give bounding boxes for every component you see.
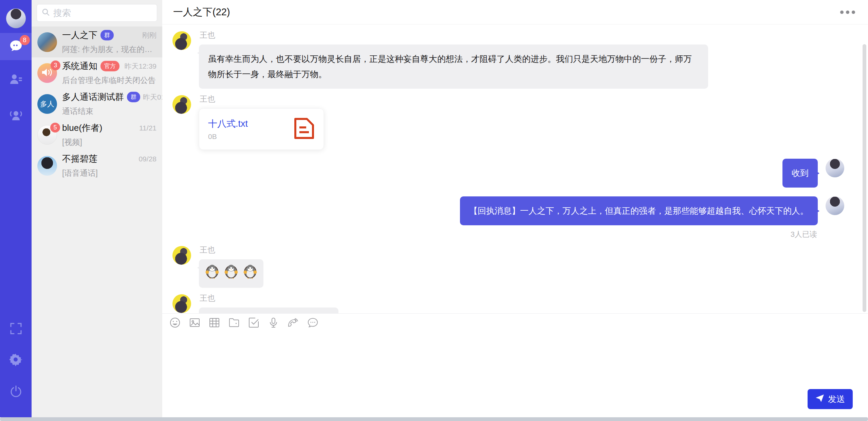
message-bubble[interactable]: 过去无可挽回，未来可以改变 。 [199, 308, 338, 313]
wangye-avatar[interactable] [172, 294, 191, 313]
group-badge: 群 [127, 92, 140, 102]
chat-record-button[interactable] [308, 317, 318, 328]
wangye-avatar[interactable] [172, 31, 191, 50]
file-size: 0B [208, 133, 288, 141]
unread-badge: 3 [51, 60, 60, 70]
im-app-window: 8 [0, 0, 868, 421]
conversation-title: 系统通知 [62, 60, 97, 72]
message-row-own: 收到 [172, 159, 844, 188]
nav-chat[interactable]: 8 [0, 33, 32, 60]
video-button[interactable] [209, 317, 220, 328]
chat-menu-button[interactable] [838, 8, 857, 16]
chat-unread-badge: 8 [20, 35, 30, 45]
group-icon [8, 109, 23, 123]
message-input[interactable] [162, 332, 868, 386]
sender-name: 王也 [200, 94, 324, 104]
send-button[interactable]: 发送 [808, 389, 853, 409]
voice-button[interactable] [268, 317, 279, 328]
power-icon [10, 385, 22, 399]
composer-toolbar [162, 313, 868, 332]
chat-panel: 一人之下(22) 王也 虽有幸生而为人，也不要以万物灵长自居，正是这种妄自尊大的… [162, 0, 868, 417]
conversation-time: 11/21 [136, 124, 156, 132]
chat-header: 一人之下(22) [162, 0, 868, 24]
conversation-title: 一人之下 [62, 29, 97, 41]
message-row: 王也 [172, 245, 844, 288]
sender-name: 王也 [200, 30, 708, 40]
message-list: 王也 虽有幸生而为人，也不要以万物灵长自居，正是这种妄自尊大的想法，才阻碍了人类… [162, 24, 868, 313]
sender-name: 王也 [200, 293, 338, 303]
self-avatar[interactable] [826, 159, 844, 177]
message-row: 王也 十八式.txt 0B [172, 94, 844, 150]
self-avatar[interactable] [826, 196, 844, 215]
unread-badge: 5 [50, 123, 60, 133]
search-box[interactable] [37, 4, 157, 22]
nav-fullscreen[interactable] [0, 316, 32, 343]
official-badge: 官方 [100, 61, 119, 71]
chat-title: 一人之下(22) [173, 5, 230, 19]
search-icon [42, 8, 50, 18]
message-row: 王也 过去无可挽回，未来可以改变 。 [172, 293, 844, 313]
sender-name: 王也 [200, 245, 263, 255]
message-row: 王也 虽有幸生而为人，也不要以万物灵长自居，正是这种妄自尊大的想法，才阻碍了人类… [172, 30, 844, 89]
paper-plane-icon [815, 394, 824, 404]
horizontal-scrollbar[interactable] [0, 417, 868, 421]
conversation-time: 09/28 [136, 155, 156, 163]
group-avatar [37, 32, 57, 52]
penguin-sticker [204, 263, 220, 284]
file-name[interactable]: 十八式.txt [208, 118, 288, 130]
file-message-card[interactable]: 十八式.txt 0B [199, 108, 324, 150]
system-notice-avatar: 3 [37, 63, 57, 83]
conversation-item[interactable]: 不摇碧莲 09/28 [语音通话] [32, 150, 162, 181]
conversation-preview: 阿莲: 作为朋友，现在的我没法... [62, 44, 156, 55]
penguin-sticker [242, 263, 258, 284]
speaker-icon [41, 67, 53, 79]
conversation-preview: [语音通话] [62, 168, 156, 178]
sticker-message-bubble[interactable] [199, 259, 263, 288]
conversation-preview: 后台管理仓库临时关闭公告 [62, 75, 156, 86]
buyaobilian-avatar [37, 156, 57, 176]
conversation-item[interactable]: 5 blue(作者) 11/21 [视频] [32, 119, 162, 150]
send-label: 发送 [828, 393, 845, 405]
main-layout: 8 [0, 0, 868, 417]
gear-icon [10, 353, 22, 368]
message-bubble[interactable]: 虽有幸生而为人，也不要以万物灵长自居，正是这种妄自尊大的想法，才阻碍了人类的进步… [199, 45, 708, 89]
screenshot-button[interactable] [248, 317, 259, 328]
conversation-time: 刚刚 [140, 31, 156, 40]
nav-settings[interactable] [0, 347, 32, 374]
nav-power[interactable] [0, 379, 32, 406]
nav-rail: 8 [0, 0, 32, 417]
nav-contacts[interactable] [0, 66, 32, 93]
composer-area: 发送 [162, 332, 868, 417]
read-receipt: 3人已读 [791, 229, 817, 240]
message-bubble-own[interactable]: 收到 [782, 159, 818, 188]
conversation-title: blue(作者) [62, 122, 102, 134]
conversation-item[interactable]: 3 系统通知 官方 昨天12:39 后台管理仓库临时关闭公告 [32, 57, 162, 88]
conversation-title: 多人通话测试群 [62, 91, 124, 103]
message-bubble-own[interactable]: 【回执消息】一人之下，万人之上，但真正的强者，是那些能够超越自我、心怀天下的人。 [460, 196, 818, 225]
messages-scrollbar[interactable] [863, 44, 866, 312]
emoji-button[interactable] [170, 317, 180, 328]
conversation-list: 一人之下 群 刚刚 阿莲: 作为朋友，现在的我没法... 3 系统通知 [32, 0, 162, 417]
image-button[interactable] [189, 317, 200, 328]
search-input[interactable] [53, 8, 152, 18]
penguin-sticker [223, 263, 239, 284]
contacts-icon [9, 73, 23, 87]
blue-avatar: 5 [37, 125, 57, 145]
group-badge: 群 [100, 30, 114, 40]
wangye-avatar[interactable] [172, 246, 191, 265]
conversation-title: 不摇碧莲 [62, 153, 97, 165]
horizontal-scrollbar-thumb[interactable] [0, 417, 868, 421]
wangye-avatar[interactable] [172, 95, 191, 114]
conversation-preview: 通话结束 [62, 106, 156, 117]
conversation-item[interactable]: 一人之下 群 刚刚 阿莲: 作为朋友，现在的我没法... [32, 27, 162, 57]
nav-group-chats[interactable] [0, 102, 32, 129]
group-call-avatar: 多人 [37, 94, 57, 114]
fullscreen-icon [10, 323, 22, 336]
conversation-time: 昨天12:39 [122, 62, 156, 71]
user-avatar[interactable] [6, 8, 26, 28]
text-file-icon [294, 117, 315, 141]
message-row-own: 【回执消息】一人之下，万人之上，但真正的强者，是那些能够超越自我、心怀天下的人。… [172, 196, 844, 240]
conversation-item[interactable]: 多人 多人通话测试群 群 昨天01:29 通话结束 [32, 88, 162, 119]
call-button[interactable] [288, 317, 298, 328]
file-button[interactable] [229, 317, 239, 328]
